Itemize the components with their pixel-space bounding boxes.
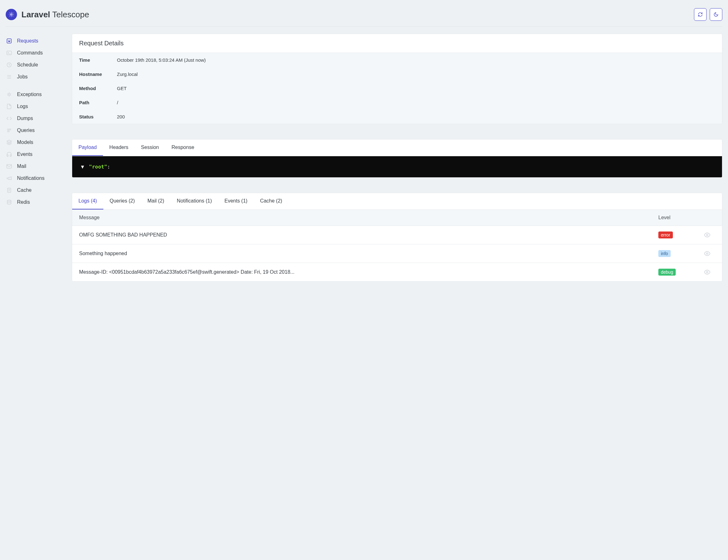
detail-value: / <box>117 100 118 105</box>
sidebar-item-label: Schedule <box>17 62 38 68</box>
svg-rect-2 <box>7 51 12 55</box>
svg-point-0 <box>11 14 12 15</box>
logs-table-header: Message Level <box>72 210 722 226</box>
level-badge: error <box>658 232 673 239</box>
svg-point-7 <box>7 200 11 202</box>
sidebar-item-label: Redis <box>17 199 30 205</box>
sidebar-item-dumps[interactable]: Dumps <box>6 113 66 124</box>
card-title: Request Details <box>72 34 722 53</box>
sidebar-item-cache[interactable]: Cache <box>6 184 66 196</box>
lines-icon <box>6 128 13 133</box>
log-row: Message-ID: <00951bcdaf4b63972a5a233fa6c… <box>72 263 722 281</box>
refresh-button[interactable] <box>694 8 707 21</box>
sidebar-item-queries[interactable]: Queries <box>6 124 66 136</box>
sidebar-item-notifications[interactable]: Notifications <box>6 172 66 184</box>
headphones-icon <box>6 152 13 157</box>
payload-tabs: PayloadHeadersSessionResponse <box>72 140 722 156</box>
sidebar-item-events[interactable]: Events <box>6 148 66 160</box>
theme-button[interactable] <box>710 8 722 21</box>
detail-label: Method <box>79 86 117 91</box>
related-tab-events-1-[interactable]: Events (1) <box>218 193 254 210</box>
related-tab-queries-2-[interactable]: Queries (2) <box>103 193 141 210</box>
request-details-card: Request Details TimeOctober 19th 2018, 5… <box>72 34 722 124</box>
header-level: Level <box>658 215 699 221</box>
brand: Laravel Telescope <box>6 9 89 20</box>
bug-icon <box>6 92 13 97</box>
sidebar-item-label: Jobs <box>17 74 28 80</box>
sidebar-item-logs[interactable]: Logs <box>6 101 66 113</box>
file-icon <box>6 104 13 109</box>
sidebar-item-exceptions[interactable]: Exceptions <box>6 89 66 101</box>
svg-point-9 <box>707 253 708 255</box>
request-icon <box>6 38 13 44</box>
detail-value: 200 <box>117 114 125 119</box>
detail-label: Time <box>79 57 117 63</box>
related-tab-cache-2-[interactable]: Cache (2) <box>254 193 288 210</box>
details-row-status: Status200 <box>72 110 722 124</box>
detail-value: GET <box>117 86 127 91</box>
details-row-time: TimeOctober 19th 2018, 5:03:24 AM (Just … <box>72 53 722 67</box>
megaphone-icon <box>6 176 13 181</box>
mail-icon <box>6 164 13 169</box>
sidebar-item-label: Mail <box>17 164 26 169</box>
related-tabs: Logs (4)Queries (2)Mail (2)Notifications… <box>72 193 722 210</box>
code-icon <box>6 116 13 121</box>
detail-label: Hostname <box>79 72 117 77</box>
header-message: Message <box>79 215 658 221</box>
view-icon[interactable] <box>699 269 715 275</box>
terminal-icon <box>6 50 13 56</box>
level-badge: debug <box>658 269 676 276</box>
sidebar-item-label: Logs <box>17 104 28 109</box>
payload-tab-session[interactable]: Session <box>135 140 165 156</box>
sidebar-item-label: Dumps <box>17 116 33 121</box>
svg-point-4 <box>8 94 10 95</box>
payload-card: PayloadHeadersSessionResponse ▼ "root": <box>72 139 722 178</box>
related-tab-mail-2-[interactable]: Mail (2) <box>141 193 170 210</box>
sidebar-item-label: Queries <box>17 128 35 133</box>
svg-point-8 <box>707 234 708 236</box>
view-icon[interactable] <box>699 232 715 238</box>
sidebar-item-label: Notifications <box>17 176 44 181</box>
detail-value: Zurg.local <box>117 72 138 77</box>
brand-title: Laravel Telescope <box>21 10 89 20</box>
sidebar-item-label: Models <box>17 140 33 145</box>
sidebar-item-jobs[interactable]: Jobs <box>6 71 66 83</box>
json-key: "root" <box>89 164 107 170</box>
sidebar-item-requests[interactable]: Requests <box>6 35 66 47</box>
related-tab-logs-4-[interactable]: Logs (4) <box>72 193 103 210</box>
header: Laravel Telescope <box>6 6 722 27</box>
sidebar-item-mail[interactable]: Mail <box>6 160 66 172</box>
doc-icon <box>6 188 13 193</box>
telescope-logo-icon <box>6 9 17 20</box>
payload-tab-response[interactable]: Response <box>165 140 200 156</box>
sidebar-item-models[interactable]: Models <box>6 136 66 148</box>
sidebar-item-label: Exceptions <box>17 92 42 97</box>
moon-icon <box>714 12 719 17</box>
detail-label: Status <box>79 114 117 119</box>
log-row: Something happenedinfo <box>72 245 722 263</box>
details-row-path: Path/ <box>72 95 722 110</box>
stack-icon <box>6 199 13 205</box>
log-message: OMFG SOMETHING BAD HAPPENED <box>79 232 658 238</box>
sidebar: RequestsCommandsScheduleJobs ExceptionsL… <box>6 34 66 281</box>
detail-label: Path <box>79 100 117 105</box>
payload-code: ▼ "root": <box>72 156 722 177</box>
detail-value: October 19th 2018, 5:03:24 AM (Just now) <box>117 57 206 63</box>
sidebar-item-schedule[interactable]: Schedule <box>6 59 66 71</box>
sidebar-item-commands[interactable]: Commands <box>6 47 66 59</box>
list-icon <box>6 74 13 80</box>
sidebar-item-label: Events <box>17 152 32 157</box>
sidebar-item-label: Cache <box>17 188 32 193</box>
log-row: OMFG SOMETHING BAD HAPPENEDerror <box>72 226 722 245</box>
payload-tab-payload[interactable]: Payload <box>72 140 103 156</box>
svg-point-10 <box>707 272 708 273</box>
collapse-arrow-icon[interactable]: ▼ <box>81 164 84 170</box>
payload-tab-headers[interactable]: Headers <box>103 140 135 156</box>
level-badge: info <box>658 250 671 257</box>
log-message: Message-ID: <00951bcdaf4b63972a5a233fa6c… <box>79 269 658 275</box>
view-icon[interactable] <box>699 251 715 257</box>
clock-icon <box>6 62 13 68</box>
sidebar-item-redis[interactable]: Redis <box>6 196 66 208</box>
details-row-method: MethodGET <box>72 81 722 95</box>
related-tab-notifications-1-[interactable]: Notifications (1) <box>170 193 218 210</box>
